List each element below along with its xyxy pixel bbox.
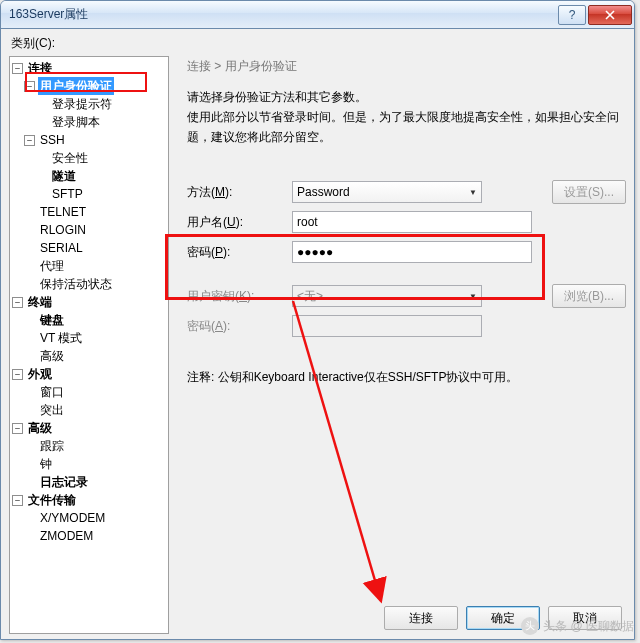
tree-node-serial[interactable]: SERIAL	[10, 239, 168, 257]
method-combobox[interactable]: Password▼	[292, 181, 482, 203]
settings-panel: 连接 > 用户身份验证 请选择身份验证方法和其它参数。 使用此部分以节省登录时间…	[169, 56, 626, 634]
chevron-down-icon: ▼	[469, 292, 477, 301]
connect-button[interactable]: 连接	[384, 606, 458, 630]
passphrase-input	[292, 315, 482, 337]
collapse-icon[interactable]: −	[24, 135, 35, 146]
row-password: 密码(P):	[187, 237, 626, 267]
tree-node-appearance[interactable]: −外观	[10, 365, 168, 383]
tree-node-trace[interactable]: 跟踪	[10, 437, 168, 455]
tree-node-xymodem[interactable]: X/YMODEM	[10, 509, 168, 527]
help-button[interactable]: ?	[558, 5, 586, 25]
row-method: 方法(M): Password▼ 设置(S)...	[187, 177, 626, 207]
row-userkey: 用户密钥(K): <无>▼ 浏览(B)...	[187, 281, 626, 311]
tree-node-advanced[interactable]: 高级	[10, 347, 168, 365]
tree-node-ssh[interactable]: −SSH	[10, 131, 168, 149]
label-method: 方法(M):	[187, 184, 292, 201]
description: 请选择身份验证方法和其它参数。 使用此部分以节省登录时间。但是，为了最大限度地提…	[187, 87, 626, 147]
browse-button[interactable]: 浏览(B)...	[552, 284, 626, 308]
tree-node-bell[interactable]: 钟	[10, 455, 168, 473]
label-userkey: 用户密钥(K):	[187, 288, 292, 305]
tree-node-login-script[interactable]: 登录脚本	[10, 113, 168, 131]
collapse-icon[interactable]: −	[12, 63, 23, 74]
tree-node-terminal[interactable]: −终端	[10, 293, 168, 311]
tree-node-highlight[interactable]: 突出	[10, 401, 168, 419]
collapse-icon[interactable]: −	[12, 297, 23, 308]
tree-node-security[interactable]: 安全性	[10, 149, 168, 167]
collapse-icon[interactable]: −	[12, 423, 23, 434]
breadcrumb: 连接 > 用户身份验证	[187, 58, 626, 75]
tree-node-window[interactable]: 窗口	[10, 383, 168, 401]
label-password: 密码(P):	[187, 244, 292, 261]
tree-node-keyboard[interactable]: 键盘	[10, 311, 168, 329]
userkey-combobox: <无>▼	[292, 285, 482, 307]
row-passphrase: 密码(A):	[187, 311, 626, 341]
category-tree[interactable]: −连接 −用户身份验证 登录提示符 登录脚本 −SSH 安全性 隧道 SFTP …	[9, 56, 169, 634]
collapse-icon[interactable]: −	[12, 495, 23, 506]
close-icon	[605, 10, 615, 20]
window-title: 163Server属性	[9, 6, 557, 23]
close-button[interactable]	[588, 5, 632, 25]
tree-node-tunnel[interactable]: 隧道	[10, 167, 168, 185]
tree-node-rlogin[interactable]: RLOGIN	[10, 221, 168, 239]
titlebar[interactable]: 163Server属性 ?	[1, 1, 634, 29]
collapse-icon[interactable]: −	[12, 369, 23, 380]
tree-node-telnet[interactable]: TELNET	[10, 203, 168, 221]
tree-node-login-prompt[interactable]: 登录提示符	[10, 95, 168, 113]
tree-node-keepalive[interactable]: 保持活动状态	[10, 275, 168, 293]
tree-node-log[interactable]: 日志记录	[10, 473, 168, 491]
watermark: 头 头条 @ 医聊数据	[521, 617, 634, 635]
chevron-down-icon: ▼	[469, 188, 477, 197]
label-username: 用户名(U):	[187, 214, 292, 231]
username-input[interactable]	[292, 211, 532, 233]
watermark-icon: 头	[521, 617, 539, 635]
tree-node-connection[interactable]: −连接	[10, 59, 168, 77]
tree-node-proxy[interactable]: 代理	[10, 257, 168, 275]
properties-dialog: 163Server属性 ? 类别(C): −连接 −用户身份验证 登录提示符 登…	[0, 0, 635, 640]
password-input[interactable]	[292, 241, 532, 263]
category-label: 类别(C):	[11, 35, 626, 52]
tree-node-vtmode[interactable]: VT 模式	[10, 329, 168, 347]
collapse-icon[interactable]: −	[24, 81, 35, 92]
tree-node-zmodem[interactable]: ZMODEM	[10, 527, 168, 545]
note-text: 注释: 公钥和Keyboard Interactive仅在SSH/SFTP协议中…	[187, 369, 626, 386]
tree-node-sftp[interactable]: SFTP	[10, 185, 168, 203]
label-passphrase: 密码(A):	[187, 318, 292, 335]
settings-button[interactable]: 设置(S)...	[552, 180, 626, 204]
tree-node-auth[interactable]: −用户身份验证	[10, 77, 168, 95]
row-username: 用户名(U):	[187, 207, 626, 237]
tree-node-filetransfer[interactable]: −文件传输	[10, 491, 168, 509]
tree-node-adv[interactable]: −高级	[10, 419, 168, 437]
